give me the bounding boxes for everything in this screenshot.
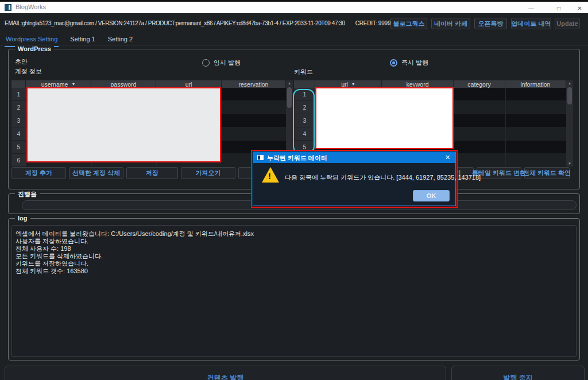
log-line: 키워드를 저장하였습니다.: [16, 260, 572, 267]
scroll-up-icon[interactable]: ▲: [286, 81, 293, 86]
chevron-down-icon: ▼: [351, 82, 355, 86]
log-line: 전체 사용자 수: 198: [16, 245, 572, 253]
dialog-message: 다음 항목에 누락된 키워드가 있습니다. [3444, 61927, 8523…: [285, 173, 452, 182]
app-icon: [5, 4, 11, 11]
dialog-titlebar: 누락된 키워드 데이터 ✕: [253, 152, 455, 163]
dialog-close-icon[interactable]: ✕: [445, 154, 450, 161]
account-row-number[interactable]: 2: [11, 101, 26, 114]
radio-circle-checked: [390, 59, 397, 67]
wordpress-group-label: WordPress: [15, 45, 54, 52]
publish-content-button[interactable]: 컨텐츠 발행: [5, 366, 446, 380]
progress-group-label: 진행율: [15, 190, 40, 199]
keyword-rows-cyan-annotation: [293, 89, 315, 153]
scroll-up-icon[interactable]: ▲: [566, 81, 573, 86]
missing-keyword-dialog: 누락된 키워드 데이터 ✕ ! 다음 항목에 누락된 키워드가 있습니다. [3…: [251, 150, 458, 208]
stop-publish-button[interactable]: 발행 중지: [451, 366, 585, 380]
tabbar-divider: [0, 45, 588, 45]
log-line: 사용자를 저장하였습니다.: [16, 238, 572, 245]
maximize-button[interactable]: □: [547, 3, 570, 13]
log-group-label: log: [15, 215, 30, 222]
log-line: 전체 키워드 갯수: 163580: [16, 267, 572, 275]
radio-temp-publish[interactable]: 임시 발행: [202, 59, 241, 67]
account-row-number[interactable]: 4: [11, 127, 26, 141]
keyword-table-scrollbar[interactable]: ▲ ▼: [566, 80, 573, 166]
account-row-number[interactable]: 6: [11, 154, 26, 167]
warning-icon: !: [262, 167, 279, 183]
keyword-col-information[interactable]: information: [505, 80, 566, 88]
account-section-label: 계정 정보: [15, 67, 42, 76]
dialog-ok-button[interactable]: OK: [413, 190, 450, 201]
log-line: 모든 키워드를 삭제하였습니다.: [16, 253, 572, 260]
save-account-button[interactable]: 저장: [126, 167, 178, 179]
keyword-redaction-highlight: [315, 87, 454, 149]
radio-instant-publish[interactable]: 즉시 발행: [390, 59, 428, 67]
draft-label: 초안: [15, 57, 28, 66]
license-info-text: EMAIL:ghtngla5123_mac@gmail.com / VERSIO…: [5, 20, 345, 26]
log-line: 엑셀에서 데이터를 불러왔습니다: C:/Users/User/coding/계…: [16, 230, 572, 238]
account-row-number[interactable]: 5: [11, 141, 26, 154]
keyword-table-corner: [294, 80, 315, 88]
delete-selected-account-button[interactable]: 선택한 계정 삭제: [69, 167, 123, 179]
window-title: BlogWorks: [16, 3, 46, 10]
keyword-section-label: 키워드: [294, 68, 313, 76]
chevron-down-icon: ▼: [71, 82, 75, 86]
account-row-number[interactable]: 1: [11, 88, 26, 101]
keyword-col-category[interactable]: category: [454, 80, 505, 88]
log-textarea[interactable]: 엑셀에서 데이터를 불러왔습니다: C:/Users/User/coding/계…: [11, 225, 577, 357]
import-account-button[interactable]: 가져오기: [181, 167, 235, 179]
update-history-button[interactable]: 업데이트 내역: [511, 18, 551, 29]
check-all-keywords-button[interactable]: 전체 키워드 확인: [524, 167, 570, 179]
longtail-keyword-convert-button[interactable]: 롱테일 키워드 변환: [477, 167, 521, 179]
account-row-number[interactable]: 3: [11, 114, 26, 127]
titlebar: BlogWorks — □ ✕: [0, 2, 588, 13]
blogworks-link-button[interactable]: 블로그웍스: [390, 18, 427, 29]
dialog-title: 누락된 키워드 데이터: [267, 154, 327, 162]
account-redaction-highlight: [26, 87, 221, 162]
radio-circle-unchecked: [202, 59, 210, 67]
minimize-button[interactable]: —: [520, 3, 543, 13]
app-window: BlogWorks — □ ✕ EMAIL:ghtngla5123_mac@gm…: [0, 0, 588, 380]
scrollbar-thumb[interactable]: [287, 87, 292, 108]
dialog-frame: 누락된 키워드 데이터 ✕ ! 다음 항목에 누락된 키워드가 있습니다. [3…: [253, 152, 456, 206]
account-table-corner: [11, 80, 26, 88]
scrollbar-thumb[interactable]: [567, 87, 572, 104]
dialog-window-icon: [257, 155, 264, 160]
naver-cafe-link-button[interactable]: 네이버 카페: [431, 18, 470, 29]
license-info: EMAIL:ghtngla5123_mac@gmail.com / VERSIO…: [5, 20, 403, 26]
scroll-down-icon[interactable]: ▼: [566, 161, 573, 166]
account-col-reservation[interactable]: reservation: [222, 80, 286, 88]
update-button[interactable]: Update: [555, 18, 580, 29]
add-account-button[interactable]: 계정 추가: [11, 167, 66, 179]
open-chat-link-button[interactable]: 오픈톡방: [474, 18, 507, 29]
close-button[interactable]: ✕: [571, 3, 588, 13]
